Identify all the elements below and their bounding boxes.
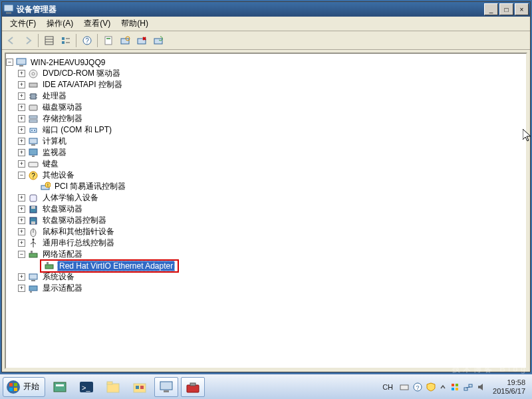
tray-help-icon[interactable]: ? xyxy=(413,382,422,392)
collapse-icon[interactable]: − xyxy=(18,172,25,179)
tray-network-icon[interactable] xyxy=(464,382,473,392)
scan-hardware-button[interactable] xyxy=(117,33,132,48)
menu-view[interactable]: 查看(V) xyxy=(78,17,116,31)
expand-icon[interactable]: + xyxy=(18,205,25,213)
task-powershell[interactable]: >_ xyxy=(74,377,98,397)
language-indicator[interactable]: CH xyxy=(382,383,393,391)
task-server-manager[interactable] xyxy=(48,377,72,397)
svg-rect-63 xyxy=(14,383,17,386)
tree-view[interactable]: − WIN-2HEAVU9JQQ9 +DVD/CD-ROM 驱动器 +IDE A… xyxy=(5,53,527,369)
expand-icon[interactable]: + xyxy=(18,285,25,292)
tray-shield-icon[interactable] xyxy=(426,382,436,392)
start-label: 开始 xyxy=(23,381,39,392)
start-button[interactable]: 开始 xyxy=(3,377,45,397)
help-button[interactable]: ? xyxy=(79,33,94,48)
expand-icon[interactable]: + xyxy=(18,273,25,281)
titlebar[interactable]: 设备管理器 _ □ × xyxy=(2,2,530,17)
expand-icon[interactable]: + xyxy=(18,160,25,168)
tree-node-nic[interactable]: Red Hat VirtIO Ethernet Adapter xyxy=(30,260,526,271)
tree-node-keyboard[interactable]: +键盘 xyxy=(18,158,526,170)
details-view-button[interactable] xyxy=(41,33,57,48)
svg-point-34 xyxy=(34,130,35,131)
device-manager-window: 设备管理器 _ □ × 文件(F) 操作(A) 查看(V) 帮助(H) ? − xyxy=(1,1,531,372)
tree-node-floppyctrl[interactable]: +软盘驱动器控制器 xyxy=(18,215,526,226)
tree-node-ports[interactable]: +端口 (COM 和 LPT) xyxy=(18,124,526,136)
maximize-button[interactable]: □ xyxy=(499,3,513,15)
uninstall-button[interactable] xyxy=(134,33,149,48)
expand-icon[interactable]: + xyxy=(18,138,25,145)
svg-rect-82 xyxy=(452,384,454,386)
expand-icon[interactable]: + xyxy=(18,194,25,201)
expand-icon[interactable]: + xyxy=(18,81,25,88)
properties-button[interactable] xyxy=(100,33,116,48)
list-view-button[interactable] xyxy=(58,33,73,48)
tree-node-ide[interactable]: +IDE ATA/ATAPI 控制器 xyxy=(18,79,526,90)
menu-file[interactable]: 文件(F) xyxy=(5,17,41,31)
svg-rect-29 xyxy=(29,105,37,110)
tree-node-storage[interactable]: +存储控制器 xyxy=(18,113,526,124)
tree-node-dvd[interactable]: +DVD/CD-ROM 驱动器 xyxy=(18,68,526,79)
task-explorer[interactable] xyxy=(101,377,125,397)
svg-rect-38 xyxy=(32,156,35,157)
svg-rect-86 xyxy=(464,388,467,390)
tree-node-pci[interactable]: !PCI 简易通讯控制器 xyxy=(30,181,526,192)
port-icon xyxy=(28,125,39,136)
expand-icon[interactable]: + xyxy=(18,149,25,156)
tray-keyboard-icon[interactable] xyxy=(400,382,409,392)
task-toolbox[interactable] xyxy=(181,377,205,397)
clock[interactable]: 19:58 2015/6/17 xyxy=(493,378,525,396)
tree-node-display[interactable]: +显示适配器 xyxy=(18,283,526,294)
disk-icon xyxy=(28,102,39,113)
selected-device-label[interactable]: Red Hat VirtIO Ethernet Adapter xyxy=(57,261,175,271)
menu-help[interactable]: 帮助(H) xyxy=(116,17,154,31)
svg-rect-12 xyxy=(106,38,110,39)
tray-flag-icon[interactable] xyxy=(450,382,460,392)
task-apps-folder[interactable] xyxy=(128,377,152,397)
network-icon xyxy=(28,249,39,260)
expand-icon[interactable]: + xyxy=(18,115,25,122)
task-device-manager[interactable] xyxy=(154,377,178,397)
tree-node-network[interactable]: −网络适配器 xyxy=(18,249,526,260)
minimize-button[interactable]: _ xyxy=(484,3,498,15)
tray-chevron-icon[interactable] xyxy=(440,382,446,392)
expand-icon[interactable]: + xyxy=(18,228,25,235)
close-button[interactable]: × xyxy=(515,3,529,15)
root-label[interactable]: WIN-2HEAVU9JQQ9 xyxy=(29,58,106,67)
tree-node-computer[interactable]: +计算机 xyxy=(18,136,526,147)
update-driver-button[interactable] xyxy=(150,33,166,48)
collapse-icon[interactable]: − xyxy=(18,251,25,258)
expand-icon[interactable]: + xyxy=(18,217,25,224)
tree-node-other[interactable]: −?其他设备 xyxy=(18,170,526,181)
tree-node-system[interactable]: +系统设备 xyxy=(18,271,526,283)
toolbar: ? xyxy=(2,31,530,50)
system-icon xyxy=(28,272,39,283)
menu-action[interactable]: 操作(A) xyxy=(41,17,78,31)
svg-rect-5 xyxy=(62,37,65,40)
expand-icon[interactable]: + xyxy=(18,104,25,111)
tray-volume-icon[interactable] xyxy=(477,382,486,392)
svg-rect-30 xyxy=(29,116,37,118)
tree-node-cpu[interactable]: +处理器 xyxy=(18,90,526,102)
expand-icon[interactable]: + xyxy=(18,70,25,77)
expand-icon[interactable]: + xyxy=(18,239,25,247)
svg-rect-77 xyxy=(187,385,199,392)
tree-node-monitor[interactable]: +监视器 xyxy=(18,147,526,158)
collapse-icon[interactable]: − xyxy=(6,59,13,66)
tree-node-usb[interactable]: +通用串行总线控制器 xyxy=(18,237,526,249)
svg-rect-32 xyxy=(30,128,37,132)
svg-rect-60 xyxy=(30,291,32,293)
tree-node-mouse[interactable]: +鼠标和其他指针设备 xyxy=(18,226,526,237)
expand-icon[interactable]: + xyxy=(18,126,25,134)
tree-node-floppy[interactable]: +软盘驱动器 xyxy=(18,203,526,215)
tree-node-hid[interactable]: +人体学输入设备 xyxy=(18,192,526,203)
tree-node-disk[interactable]: +磁盘驱动器 xyxy=(18,102,526,113)
tree-root[interactable]: − WIN-2HEAVU9JQQ9 xyxy=(6,57,526,68)
svg-point-33 xyxy=(31,130,33,131)
svg-rect-47 xyxy=(31,206,35,209)
computer-icon xyxy=(16,57,27,68)
disc-icon xyxy=(28,68,39,79)
svg-rect-18 xyxy=(154,39,162,44)
expand-icon[interactable]: + xyxy=(18,92,25,100)
svg-text:?: ? xyxy=(31,172,35,180)
floppy-icon xyxy=(28,204,39,215)
